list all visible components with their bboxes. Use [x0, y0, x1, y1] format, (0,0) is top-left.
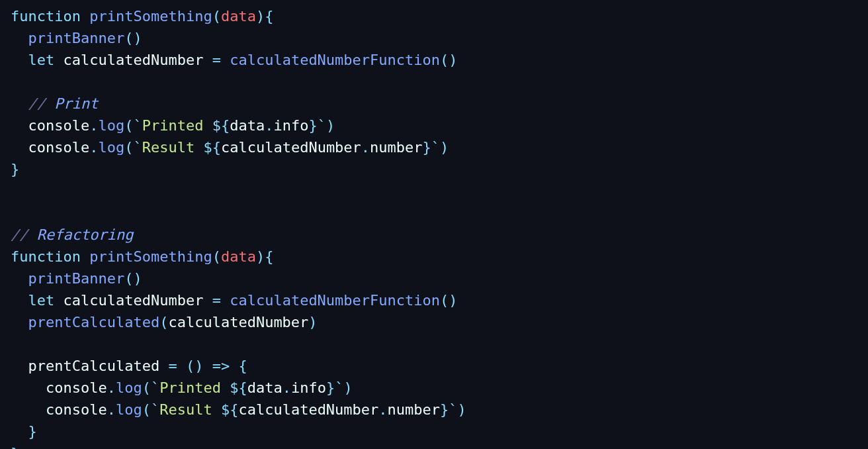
token-fn: log	[116, 379, 142, 396]
code-line: console.log(`Printed ${data.info}`)	[11, 117, 335, 134]
token-str: Printed	[159, 379, 230, 396]
token-int: ${	[212, 117, 230, 134]
token-pn: .	[265, 117, 273, 134]
token-id: calculatedNumber	[168, 314, 308, 330]
code-line: prentCalculated(calculatedNumber)	[11, 314, 318, 330]
code-line: }	[11, 161, 19, 177]
token-bt: `	[431, 139, 440, 156]
token-str: Result	[159, 401, 221, 418]
token-intv: calculatedNumber	[238, 401, 378, 418]
token-bt: `	[151, 401, 159, 418]
token-int: ${	[221, 401, 239, 418]
token-pn: =	[212, 52, 221, 68]
token-id: console	[28, 139, 90, 156]
token-bt: `	[449, 401, 457, 418]
token-id: console	[28, 117, 90, 134]
token-bt: `	[335, 379, 343, 396]
token-bt: `	[133, 117, 142, 134]
token-fn: printBanner	[28, 30, 125, 46]
token-kw: let	[28, 52, 55, 68]
token-pn: =	[212, 292, 221, 309]
code-line: let calculatedNumber = calculatedNumberF…	[11, 292, 458, 309]
token-pn: .	[89, 117, 98, 134]
token-pn: {	[238, 358, 247, 374]
code-line: function printSomething(data){	[11, 248, 273, 265]
code-line: printBanner()	[11, 30, 142, 46]
token-kw: let	[28, 292, 55, 309]
code-line: }	[11, 423, 37, 440]
token-pn: ()	[124, 270, 142, 287]
token-int: }	[308, 117, 317, 134]
code-line: // Print	[11, 95, 98, 112]
token-pn: .	[378, 401, 387, 418]
token-id: calculatedNumber	[64, 52, 204, 68]
token-fn: printSomething	[89, 248, 212, 265]
token-intv: number	[370, 139, 422, 156]
token-pn: ()	[440, 52, 458, 68]
token-str: Printed	[142, 117, 212, 134]
token-fn: calculatedNumberFunction	[230, 292, 440, 309]
code-line: }	[11, 445, 19, 449]
code-line: // Refactoring	[11, 226, 133, 243]
token-pn: ()	[186, 358, 204, 374]
token-cmw: Refactoring	[37, 226, 134, 243]
token-fn: log	[116, 401, 142, 418]
token-intv: info	[273, 117, 308, 134]
token-bt: `	[133, 139, 142, 156]
token-par: data	[221, 248, 256, 265]
token-pn: .	[89, 139, 98, 156]
token-cmw: Print	[54, 95, 98, 112]
token-id: calculatedNumber	[64, 292, 204, 309]
token-pn: =>	[212, 358, 230, 374]
token-fn: log	[98, 139, 124, 156]
token-fn: prentCalculated	[28, 314, 160, 330]
token-pn: }	[11, 445, 19, 449]
token-bt: `	[151, 379, 159, 396]
token-pn: .	[361, 139, 370, 156]
token-kw: function	[11, 248, 81, 265]
token-par: data	[221, 8, 256, 25]
token-pn: (	[124, 139, 133, 156]
code-block: function printSomething(data){ printBann…	[0, 0, 868, 449]
token-pn: )	[308, 314, 317, 330]
token-intv: info	[291, 379, 326, 396]
token-pn: .	[107, 401, 116, 418]
token-fn: printSomething	[89, 8, 212, 25]
token-pn: }	[28, 423, 37, 440]
token-pn: ()	[440, 292, 458, 309]
token-int: }	[423, 139, 431, 156]
token-str: Result	[142, 139, 204, 156]
token-pn: (	[159, 314, 168, 330]
token-cm: //	[11, 226, 37, 243]
code-line: let calculatedNumber = calculatedNumberF…	[11, 52, 458, 68]
token-intv: calculatedNumber	[221, 139, 361, 156]
token-pn: =	[168, 358, 177, 374]
token-fn: printBanner	[28, 270, 125, 287]
token-pn: )	[440, 139, 449, 156]
token-bt: `	[318, 117, 326, 134]
token-pn: (	[212, 248, 221, 265]
token-intv: number	[388, 401, 440, 418]
token-pn: )	[343, 379, 352, 396]
code-line: prentCalculated = () => {	[11, 358, 247, 374]
token-pn: )	[326, 117, 335, 134]
token-intv: data	[230, 117, 265, 134]
token-id: console	[46, 379, 107, 396]
code-line: console.log(`Printed ${data.info}`)	[11, 379, 353, 396]
token-kw: function	[11, 8, 81, 25]
token-fn: log	[98, 117, 124, 134]
token-pn: }	[11, 161, 19, 177]
token-pn: (	[124, 117, 133, 134]
token-pn: ){	[256, 8, 274, 25]
token-int: ${	[203, 139, 221, 156]
code-line: printBanner()	[11, 270, 142, 287]
code-line: console.log(`Result ${calculatedNumber.n…	[11, 139, 449, 156]
token-pn: .	[107, 379, 116, 396]
token-pn: (	[212, 8, 221, 25]
token-pn: (	[142, 401, 151, 418]
token-cm: //	[28, 95, 55, 112]
token-int: ${	[230, 379, 247, 396]
token-intv: data	[247, 379, 282, 396]
code-line: console.log(`Result ${calculatedNumber.n…	[11, 401, 466, 418]
token-int: }	[326, 379, 335, 396]
